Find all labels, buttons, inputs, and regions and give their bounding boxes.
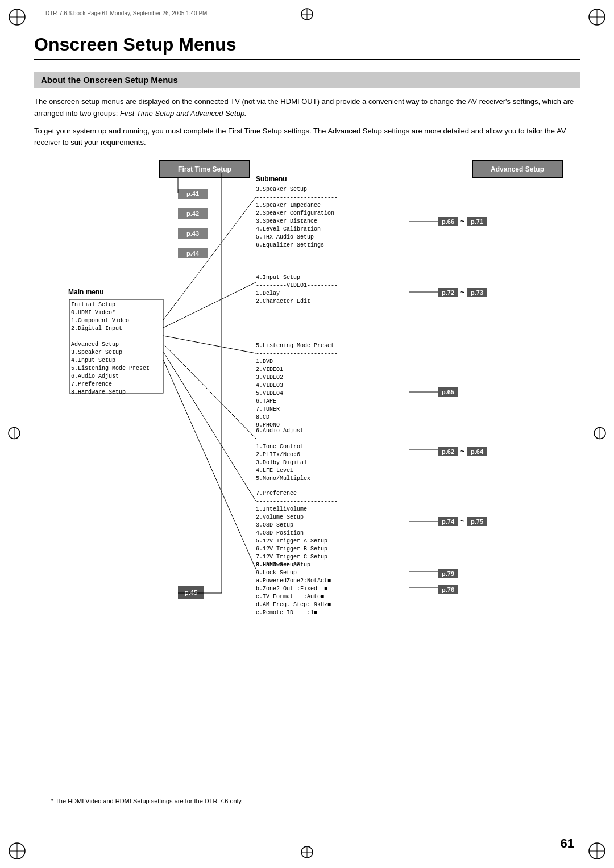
badge-p75: p.75 — [467, 517, 487, 526]
svg-line-29 — [163, 344, 256, 439]
hardware-setup-menu: 8.Hardware Setup -----------------------… — [256, 561, 338, 617]
advanced-setup-box: Advanced Setup — [472, 160, 563, 178]
badge-p64: p.64 — [467, 447, 487, 456]
svg-line-31 — [163, 360, 256, 569]
badge-p66: p.66 — [438, 217, 458, 226]
ft-page-45: p.45 — [178, 586, 204, 599]
badge-tilde-2: ~ — [460, 289, 464, 297]
corner-mark-tl — [6, 6, 28, 28]
hardware-badge-p79: p.79 — [438, 569, 458, 578]
badge-p71: p.71 — [467, 217, 487, 226]
svg-line-26 — [163, 197, 256, 320]
ft-page-41: p.41 — [178, 189, 208, 199]
badge-p72: p.72 — [438, 288, 458, 297]
badge-tilde-4: ~ — [460, 518, 464, 525]
badge-p62: p.62 — [438, 447, 458, 456]
submenu-label: Submenu — [256, 175, 287, 183]
badge-tilde-1: ~ — [460, 218, 464, 226]
intro-paragraph-1: The onscreen setup menus are displayed o… — [34, 96, 580, 120]
center-mark-right — [591, 425, 608, 444]
center-mark-left — [6, 425, 23, 444]
footnote-asterisk: * — [51, 798, 53, 804]
center-mark-bottom — [298, 844, 316, 862]
intro-paragraph-2: To get your system up and running, you m… — [34, 126, 580, 149]
page-number: 61 — [561, 836, 574, 851]
svg-line-30 — [163, 352, 256, 501]
input-setup-menu: 4.Input Setup ---------VIDEO1--------- 1… — [256, 274, 338, 306]
preference-badges: p.74 ~ p.75 — [438, 517, 487, 526]
hardware-badge-p76: p.76 — [438, 585, 458, 594]
badge-tilde-3: ~ — [460, 448, 464, 456]
badge-p73: p.73 — [467, 288, 487, 297]
corner-mark-bl — [6, 840, 28, 862]
center-mark-top — [298, 6, 316, 24]
audio-adjust-menu: 6.Audio Adjust ------------------------ … — [256, 427, 338, 483]
main-content: Onscreen Setup Menus About the Onscreen … — [34, 34, 580, 626]
corner-mark-tr — [586, 6, 608, 28]
speaker-setup-badges: p.66 ~ p.71 — [438, 217, 487, 226]
ft-page-42: p.42 — [178, 208, 208, 219]
badge-p79: p.79 — [438, 569, 458, 578]
audio-adjust-badges: p.62 ~ p.64 — [438, 447, 487, 456]
badge-p74: p.74 — [438, 517, 458, 526]
footnote-text: The HDMI Video and HDMI Setup settings a… — [55, 798, 243, 804]
speaker-setup-menu: 3.Speaker Setup ------------------------… — [256, 186, 338, 249]
svg-line-28 — [163, 336, 256, 353]
ft-page-44: p.44 — [178, 248, 208, 258]
main-menu-items: Initial Setup 0.HDMI Video* 1.Component … — [71, 301, 150, 397]
page-title: Onscreen Setup Menus — [34, 34, 580, 60]
listening-mode-badge: p.65 — [438, 387, 458, 397]
first-time-setup-box: First Time Setup — [159, 160, 250, 178]
setup-diagram: First Time Setup Advanced Setup Submenu … — [34, 160, 580, 626]
corner-mark-br — [586, 840, 608, 862]
section-heading: About the Onscreen Setup Menus — [34, 72, 580, 88]
main-menu-label: Main menu — [68, 288, 104, 296]
footnote: * The HDMI Video and HDMI Setup settings… — [51, 796, 243, 806]
input-setup-badges: p.72 ~ p.73 — [438, 288, 487, 297]
ft-page-43: p.43 — [178, 228, 208, 239]
badge-p76: p.76 — [438, 585, 458, 594]
listening-mode-menu: 5.Listening Mode Preset ----------------… — [256, 342, 338, 429]
svg-line-27 — [163, 282, 256, 328]
file-meta: DTR-7.6.6.book Page 61 Monday, September… — [45, 10, 207, 16]
badge-p65: p.65 — [438, 387, 458, 397]
